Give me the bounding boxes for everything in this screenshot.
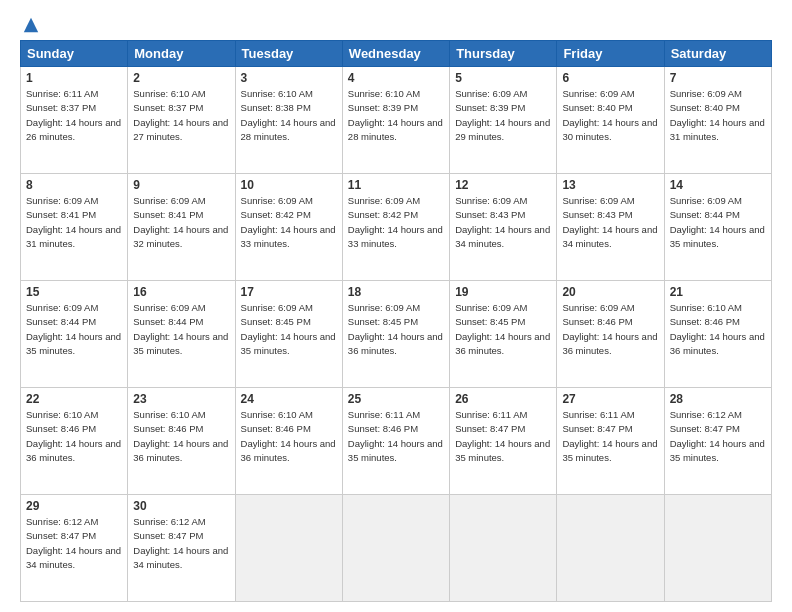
daylight-label: Daylight: 14 hours and 36 minutes. xyxy=(455,331,550,356)
week-row: 15 Sunrise: 6:09 AM Sunset: 8:44 PM Dayl… xyxy=(21,281,772,388)
sunrise-label: Sunrise: 6:12 AM xyxy=(133,516,205,527)
sunrise-label: Sunrise: 6:09 AM xyxy=(562,88,634,99)
sunrise-label: Sunrise: 6:11 AM xyxy=(26,88,98,99)
table-row: 12 Sunrise: 6:09 AM Sunset: 8:43 PM Dayl… xyxy=(450,174,557,281)
day-info: Sunrise: 6:09 AM Sunset: 8:45 PM Dayligh… xyxy=(455,301,551,358)
day-info: Sunrise: 6:10 AM Sunset: 8:46 PM Dayligh… xyxy=(133,408,229,465)
daylight-label: Daylight: 14 hours and 35 minutes. xyxy=(26,331,121,356)
daylight-label: Daylight: 14 hours and 35 minutes. xyxy=(241,331,336,356)
sunset-label: Sunset: 8:38 PM xyxy=(241,102,311,113)
table-row: 2 Sunrise: 6:10 AM Sunset: 8:37 PM Dayli… xyxy=(128,67,235,174)
svg-marker-0 xyxy=(24,18,38,32)
day-number: 25 xyxy=(348,392,444,406)
daylight-label: Daylight: 14 hours and 27 minutes. xyxy=(133,117,228,142)
sunset-label: Sunset: 8:39 PM xyxy=(455,102,525,113)
daylight-label: Daylight: 14 hours and 36 minutes. xyxy=(133,438,228,463)
logo xyxy=(20,16,40,30)
week-row: 8 Sunrise: 6:09 AM Sunset: 8:41 PM Dayli… xyxy=(21,174,772,281)
sunset-label: Sunset: 8:42 PM xyxy=(241,209,311,220)
sunrise-label: Sunrise: 6:12 AM xyxy=(670,409,742,420)
daylight-label: Daylight: 14 hours and 35 minutes. xyxy=(670,438,765,463)
sunrise-label: Sunrise: 6:10 AM xyxy=(670,302,742,313)
day-info: Sunrise: 6:09 AM Sunset: 8:43 PM Dayligh… xyxy=(562,194,658,251)
day-info: Sunrise: 6:11 AM Sunset: 8:47 PM Dayligh… xyxy=(455,408,551,465)
table-row: 14 Sunrise: 6:09 AM Sunset: 8:44 PM Dayl… xyxy=(664,174,771,281)
sunset-label: Sunset: 8:37 PM xyxy=(133,102,203,113)
sunrise-label: Sunrise: 6:09 AM xyxy=(26,195,98,206)
day-info: Sunrise: 6:09 AM Sunset: 8:40 PM Dayligh… xyxy=(562,87,658,144)
day-number: 30 xyxy=(133,499,229,513)
sunrise-label: Sunrise: 6:09 AM xyxy=(133,302,205,313)
table-row: 22 Sunrise: 6:10 AM Sunset: 8:46 PM Dayl… xyxy=(21,388,128,495)
day-number: 18 xyxy=(348,285,444,299)
day-number: 24 xyxy=(241,392,337,406)
daylight-label: Daylight: 14 hours and 35 minutes. xyxy=(670,224,765,249)
day-number: 27 xyxy=(562,392,658,406)
day-number: 9 xyxy=(133,178,229,192)
daylight-label: Daylight: 14 hours and 34 minutes. xyxy=(133,545,228,570)
daylight-label: Daylight: 14 hours and 31 minutes. xyxy=(670,117,765,142)
daylight-label: Daylight: 14 hours and 36 minutes. xyxy=(562,331,657,356)
table-row: 25 Sunrise: 6:11 AM Sunset: 8:46 PM Dayl… xyxy=(342,388,449,495)
sunrise-label: Sunrise: 6:09 AM xyxy=(670,88,742,99)
day-number: 15 xyxy=(26,285,122,299)
day-number: 13 xyxy=(562,178,658,192)
table-row: 26 Sunrise: 6:11 AM Sunset: 8:47 PM Dayl… xyxy=(450,388,557,495)
table-row: 24 Sunrise: 6:10 AM Sunset: 8:46 PM Dayl… xyxy=(235,388,342,495)
table-row: 29 Sunrise: 6:12 AM Sunset: 8:47 PM Dayl… xyxy=(21,495,128,602)
table-row: 6 Sunrise: 6:09 AM Sunset: 8:40 PM Dayli… xyxy=(557,67,664,174)
week-row: 29 Sunrise: 6:12 AM Sunset: 8:47 PM Dayl… xyxy=(21,495,772,602)
sunrise-label: Sunrise: 6:09 AM xyxy=(562,302,634,313)
sunset-label: Sunset: 8:46 PM xyxy=(562,316,632,327)
sunset-label: Sunset: 8:41 PM xyxy=(26,209,96,220)
day-number: 6 xyxy=(562,71,658,85)
table-row: 27 Sunrise: 6:11 AM Sunset: 8:47 PM Dayl… xyxy=(557,388,664,495)
table-row: 3 Sunrise: 6:10 AM Sunset: 8:38 PM Dayli… xyxy=(235,67,342,174)
sunset-label: Sunset: 8:42 PM xyxy=(348,209,418,220)
sunset-label: Sunset: 8:43 PM xyxy=(455,209,525,220)
day-info: Sunrise: 6:09 AM Sunset: 8:39 PM Dayligh… xyxy=(455,87,551,144)
day-number: 8 xyxy=(26,178,122,192)
table-row: 5 Sunrise: 6:09 AM Sunset: 8:39 PM Dayli… xyxy=(450,67,557,174)
day-info: Sunrise: 6:10 AM Sunset: 8:38 PM Dayligh… xyxy=(241,87,337,144)
daylight-label: Daylight: 14 hours and 35 minutes. xyxy=(455,438,550,463)
daylight-label: Daylight: 14 hours and 36 minutes. xyxy=(670,331,765,356)
table-row xyxy=(342,495,449,602)
col-thursday: Thursday xyxy=(450,41,557,67)
day-info: Sunrise: 6:09 AM Sunset: 8:44 PM Dayligh… xyxy=(133,301,229,358)
col-tuesday: Tuesday xyxy=(235,41,342,67)
table-row: 11 Sunrise: 6:09 AM Sunset: 8:42 PM Dayl… xyxy=(342,174,449,281)
day-number: 12 xyxy=(455,178,551,192)
sunset-label: Sunset: 8:40 PM xyxy=(562,102,632,113)
day-number: 7 xyxy=(670,71,766,85)
day-info: Sunrise: 6:09 AM Sunset: 8:41 PM Dayligh… xyxy=(133,194,229,251)
sunset-label: Sunset: 8:40 PM xyxy=(670,102,740,113)
day-number: 22 xyxy=(26,392,122,406)
sunset-label: Sunset: 8:44 PM xyxy=(133,316,203,327)
sunset-label: Sunset: 8:47 PM xyxy=(670,423,740,434)
sunset-label: Sunset: 8:47 PM xyxy=(455,423,525,434)
day-info: Sunrise: 6:11 AM Sunset: 8:37 PM Dayligh… xyxy=(26,87,122,144)
col-saturday: Saturday xyxy=(664,41,771,67)
day-info: Sunrise: 6:10 AM Sunset: 8:46 PM Dayligh… xyxy=(670,301,766,358)
sunrise-label: Sunrise: 6:11 AM xyxy=(562,409,634,420)
sunrise-label: Sunrise: 6:09 AM xyxy=(455,195,527,206)
sunset-label: Sunset: 8:41 PM xyxy=(133,209,203,220)
sunset-label: Sunset: 8:44 PM xyxy=(26,316,96,327)
sunset-label: Sunset: 8:45 PM xyxy=(241,316,311,327)
day-number: 5 xyxy=(455,71,551,85)
sunrise-label: Sunrise: 6:09 AM xyxy=(455,302,527,313)
sunset-label: Sunset: 8:47 PM xyxy=(562,423,632,434)
sunset-label: Sunset: 8:44 PM xyxy=(670,209,740,220)
table-row: 20 Sunrise: 6:09 AM Sunset: 8:46 PM Dayl… xyxy=(557,281,664,388)
sunset-label: Sunset: 8:46 PM xyxy=(133,423,203,434)
table-row xyxy=(557,495,664,602)
daylight-label: Daylight: 14 hours and 26 minutes. xyxy=(26,117,121,142)
day-info: Sunrise: 6:09 AM Sunset: 8:45 PM Dayligh… xyxy=(348,301,444,358)
logo-icon xyxy=(22,16,40,34)
sunrise-label: Sunrise: 6:11 AM xyxy=(348,409,420,420)
table-row: 18 Sunrise: 6:09 AM Sunset: 8:45 PM Dayl… xyxy=(342,281,449,388)
daylight-label: Daylight: 14 hours and 33 minutes. xyxy=(348,224,443,249)
sunset-label: Sunset: 8:47 PM xyxy=(133,530,203,541)
week-row: 22 Sunrise: 6:10 AM Sunset: 8:46 PM Dayl… xyxy=(21,388,772,495)
